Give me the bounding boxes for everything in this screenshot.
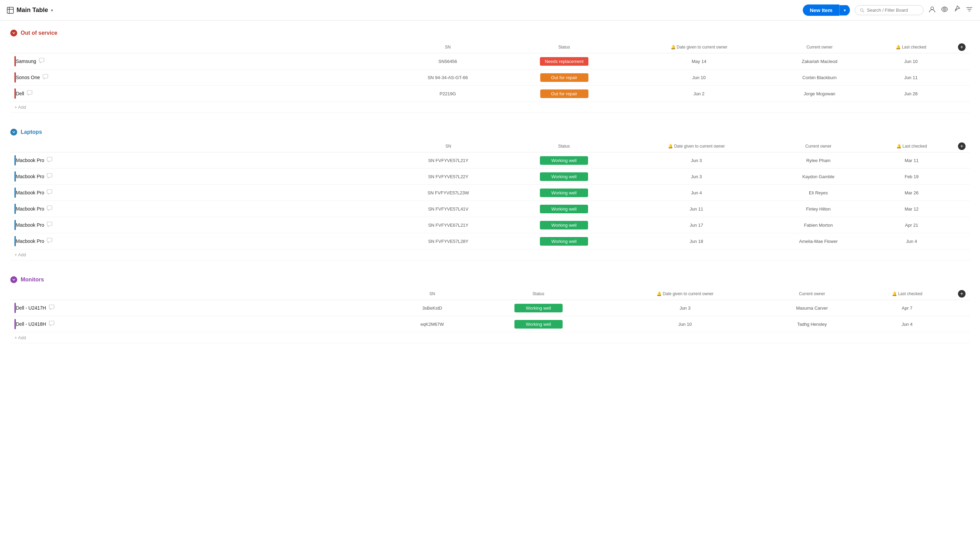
row-date: May 14: [627, 53, 771, 70]
group-title-laptops[interactable]: Laptops: [21, 129, 42, 135]
table-header-row: SNStatus🔔Date given to current ownerCurr…: [10, 288, 970, 300]
row-action-cell: [954, 217, 970, 233]
row-status-cell: Out for repair: [501, 86, 627, 102]
group-toggle-monitors[interactable]: [10, 276, 17, 283]
new-item-dropdown-button[interactable]: ▾: [839, 5, 850, 16]
table-row: Dell - U2418HeqK2M67WWorking wellJun 10T…: [10, 316, 970, 332]
status-badge: Needs replacement: [540, 57, 589, 66]
row-item-name: Dell - U2418H: [16, 321, 46, 327]
th-name: [10, 140, 394, 153]
row-date: Jun 11: [625, 201, 768, 217]
table-row: Dell - U2417H3sBeKstDWorking wellJun 3Ma…: [10, 300, 970, 316]
group-header-monitors: Monitors: [10, 274, 970, 285]
row-sn: SN FVFYVE57L21Y: [394, 153, 503, 169]
status-badge: Working well: [514, 304, 563, 312]
row-name-cell: Macbook Pro: [10, 201, 394, 217]
svg-line-4: [863, 11, 864, 12]
row-action-cell: [954, 169, 970, 185]
search-input[interactable]: [867, 8, 918, 13]
th-last-checked: 🔔Last checked: [868, 41, 954, 53]
view-icon[interactable]: [941, 5, 948, 15]
row-owner: Finley Hilton: [767, 201, 869, 217]
new-item-button[interactable]: New Item ▾: [803, 5, 850, 16]
group-toggle-laptops[interactable]: [10, 129, 17, 135]
row-status-cell: Working well: [503, 217, 625, 233]
th-add[interactable]: +: [954, 140, 970, 153]
row-sn: SN FVFYVE57L22Y: [394, 169, 503, 185]
comment-icon[interactable]: [47, 173, 52, 180]
th-name: [10, 41, 394, 53]
row-last-checked: Jun 11: [868, 70, 954, 86]
row-item-name: Macbook Pro: [16, 222, 44, 228]
row-last-checked: Mar 12: [869, 201, 954, 217]
comment-icon[interactable]: [49, 321, 54, 328]
title-chevron-icon[interactable]: ▾: [51, 8, 53, 13]
group-table-out-of-service: SNStatus🔔Date given to current ownerCurr…: [10, 41, 970, 113]
row-name-cell: Sonos One: [10, 70, 394, 86]
add-item-row[interactable]: + Add: [10, 332, 970, 344]
row-last-checked: Jun 10: [868, 53, 954, 70]
comment-icon[interactable]: [47, 189, 52, 196]
comment-icon[interactable]: [47, 157, 52, 164]
row-date: Jun 10: [627, 70, 771, 86]
group-toggle-out-of-service[interactable]: [10, 30, 17, 37]
comment-icon[interactable]: [47, 238, 52, 245]
th-last-checked: 🔔Last checked: [869, 140, 954, 153]
add-item-row[interactable]: + Add: [10, 250, 970, 261]
group-table-monitors: SNStatus🔔Date given to current ownerCurr…: [10, 288, 970, 344]
group-header-out-of-service: Out of service: [10, 27, 970, 38]
comment-icon[interactable]: [49, 304, 54, 311]
row-owner: Eli Reyes: [767, 185, 869, 201]
row-status-cell: Out for repair: [501, 70, 627, 86]
comment-icon[interactable]: [39, 58, 45, 65]
row-action-cell: [954, 300, 970, 316]
svg-point-7: [944, 9, 945, 10]
add-item-label[interactable]: + Add: [10, 250, 970, 261]
row-name-cell: Samsung: [10, 53, 394, 70]
th-add[interactable]: +: [954, 288, 970, 300]
group-title-monitors[interactable]: Monitors: [21, 277, 44, 283]
row-item-name: Macbook Pro: [16, 239, 44, 244]
row-owner: Amelia-Mae Flower: [767, 233, 869, 250]
th-add[interactable]: +: [954, 41, 970, 53]
new-item-main-button[interactable]: New Item: [803, 5, 839, 16]
add-item-label[interactable]: + Add: [10, 102, 970, 113]
header-right: New Item ▾: [803, 5, 973, 16]
group-title-out-of-service[interactable]: Out of service: [21, 30, 57, 36]
row-item-name: Sonos One: [16, 75, 40, 80]
row-last-checked: Feb 19: [869, 169, 954, 185]
row-last-checked: Jun 28: [868, 86, 954, 102]
th-owner: Current owner: [764, 288, 860, 300]
status-badge: Working well: [514, 320, 563, 329]
comment-icon[interactable]: [27, 90, 32, 97]
svg-point-5: [931, 7, 934, 10]
table-header-row: SNStatus🔔Date given to current ownerCurr…: [10, 41, 970, 53]
th-date: 🔔Date given to current owner: [627, 41, 771, 53]
row-name-cell: Macbook Pro: [10, 233, 394, 250]
search-box[interactable]: [855, 5, 924, 15]
row-name-cell: Dell: [10, 86, 394, 102]
row-owner: Rylee Pham: [767, 153, 869, 169]
row-action-cell: [954, 70, 970, 86]
row-owner: Tadhg Hensley: [764, 316, 860, 332]
add-item-label[interactable]: + Add: [10, 332, 970, 344]
row-sn: SN FVFYVE57L28Y: [394, 233, 503, 250]
th-status: Status: [503, 140, 625, 153]
row-action-cell: [954, 316, 970, 332]
filter-icon[interactable]: [966, 5, 973, 15]
row-status-cell: Working well: [470, 300, 607, 316]
comment-icon[interactable]: [47, 221, 52, 228]
main-header: Main Table ▾ New Item ▾: [0, 0, 980, 21]
th-last-checked: 🔔Last checked: [860, 288, 954, 300]
pin-icon[interactable]: [953, 5, 961, 15]
status-badge: Working well: [540, 221, 588, 229]
comment-icon[interactable]: [47, 205, 52, 212]
row-status-cell: Working well: [503, 201, 625, 217]
row-item-name: Dell - U2417H: [16, 305, 46, 311]
th-status: Status: [470, 288, 607, 300]
add-item-row[interactable]: + Add: [10, 102, 970, 113]
table-row: Macbook ProSN FVFYVE57L21YWorking wellJu…: [10, 153, 970, 169]
person-icon[interactable]: [928, 5, 936, 15]
comment-icon[interactable]: [43, 74, 48, 81]
group-section-monitors: MonitorsSNStatus🔔Date given to current o…: [10, 274, 970, 344]
